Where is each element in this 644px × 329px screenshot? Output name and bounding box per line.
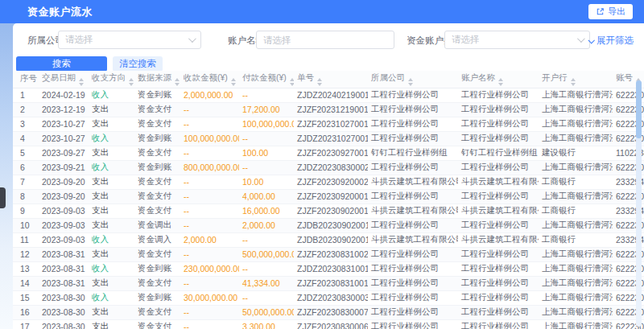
cell-date: 2023-10-27 [39,117,89,131]
vertical-scrollbar [636,80,642,327]
column-header-2[interactable]: 收支方向 [89,71,134,88]
sort-caret-icon[interactable] [231,78,236,86]
column-header-label: 账号 [616,72,633,82]
cell-date: 2023-12-19 [39,102,89,117]
table-row: 132023-08-31收入资金到账230,000,000.00--ZJDZ20… [13,261,644,276]
cell-date: 2023-08-30 [39,290,89,305]
cell-account_name: 钉钉工程行业样例组 [458,146,539,160]
cell-no: 2 [13,102,39,117]
sort-caret-icon[interactable] [408,78,413,86]
column-header-label: 序号 [20,73,37,83]
column-header-label: 开户行 [542,72,568,82]
sort-caret-icon[interactable] [571,78,576,86]
cell-source: 资金调入 [134,232,180,247]
account-name-input[interactable] [263,35,387,45]
cell-date: 2023-08-31 [39,247,89,261]
cell-date: 2023-08-30 [39,305,89,319]
cell-income: -- [180,102,239,117]
column-header-8[interactable]: 账户名称 [458,71,539,88]
account-type-select-placeholder: 请选择 [452,34,577,46]
cell-payment: 41,334.00 [239,276,294,290]
cell-payment: 100.00 [239,146,294,160]
account-type-select[interactable]: 请选择 [444,31,590,49]
cell-order_no: ZJZF20231219001 [294,102,368,117]
cell-direction: 支出 [89,276,134,290]
cell-income: -- [180,117,239,131]
cell-no: 1 [13,88,39,102]
scrollbar-thumb[interactable] [636,80,642,138]
clear-search-button[interactable]: 清空搜索 [113,56,163,72]
cell-order_no: ZJZF20230902001 [294,204,368,218]
cell-account_name: 工程行业样例公司 [458,305,539,319]
page-header: 资金账户流水 导出 [0,0,644,23]
cell-direction: 支出 [89,305,134,319]
cell-order_no: ZJZF20230920001 [294,189,368,204]
cell-income: 800,000,000.00 [180,160,239,175]
column-header-label: 付款金额(¥) [242,72,287,82]
cell-payment: 16,000.00 [239,204,294,218]
side-widget-tab[interactable] [0,187,6,208]
cell-order_no: ZJDB20230902001 [294,218,368,232]
cell-account_name: 工程行业样例公司 [458,290,539,305]
table-row: 102023-09-03支出资金调出--2,000.00ZJDB20230902… [13,218,644,232]
cell-company: 工程行业样例公司 [368,189,458,204]
cell-date: 2023-08-31 [39,276,89,290]
expand-filters-link[interactable]: 展开筛选 [588,35,634,47]
cell-direction: 支出 [89,117,134,131]
column-header-4[interactable]: 收款金额(¥) [180,71,239,88]
cell-bank: 上海工商银行漕河泾支行 [539,218,613,232]
cell-account_name: 工程行业样例公司 [458,218,539,232]
cell-source: 资金到账 [134,160,180,175]
export-button-label: 导出 [608,6,625,18]
cell-source: 资金支付 [134,189,180,204]
cell-company: 工程行业样例公司 [368,117,458,131]
sort-caret-icon[interactable] [79,78,84,86]
company-select[interactable]: 请选择 [58,31,201,49]
cell-date: 2023-09-27 [39,146,89,160]
column-header-label: 数据来源 [138,72,171,82]
cell-direction: 支出 [89,175,134,189]
cell-company: 斗拱云建筑工程有限公司 [368,232,458,247]
sort-caret-icon[interactable] [317,78,322,86]
cell-bank: 上海工商银行漕河泾支行 [539,160,613,175]
cell-payment: 50,000,000.00 [239,305,294,319]
cell-bank: 工商银行 [539,232,613,247]
sort-caret-icon[interactable] [175,78,180,86]
cell-bank: 工商银行 [539,175,613,189]
cell-date: 2023-10-27 [39,131,89,146]
cell-company: 工程行业样例公司 [368,305,458,319]
cell-no: 15 [13,290,39,305]
sort-caret-icon[interactable] [498,78,503,86]
export-icon [596,7,605,16]
sort-caret-icon[interactable] [290,78,294,86]
export-button[interactable]: 导出 [588,4,633,19]
column-header-9[interactable]: 开户行 [539,71,613,88]
sort-caret-icon[interactable] [129,78,134,86]
cell-date: 2023-09-03 [39,218,89,232]
cell-direction: 收入 [89,160,134,175]
cell-account_name: 斗拱云建筑工程有限公司 [458,232,539,247]
column-header-7[interactable]: 所属公司 [368,71,458,88]
cell-payment: -- [239,261,294,276]
cell-source: 资金支付 [134,276,180,290]
cell-no: 5 [13,146,39,160]
cell-bank: 上海工商银行漕河泾支行 [539,102,613,117]
search-button[interactable]: 搜索 [16,56,107,72]
column-header-6[interactable]: 单号 [294,71,368,88]
table-header-row: 序号交易日期收支方向数据来源收款金额(¥)付款金额(¥)单号所属公司账户名称开户… [13,71,644,88]
column-header-3[interactable]: 数据来源 [134,71,180,88]
cell-order_no: ZJZF20230920002 [294,175,368,189]
cell-direction: 收入 [89,290,134,305]
cell-no: 14 [13,276,39,290]
table-row: 62023-09-21收入资金到账800,000,000.00--ZJDZ202… [13,160,644,175]
column-header-5[interactable]: 付款金额(¥) [239,71,294,88]
cell-order_no: ZJZF20230831001 [294,276,368,290]
cell-payment: -- [239,232,294,247]
cell-direction: 支出 [89,146,134,160]
column-header-1[interactable]: 交易日期 [39,71,89,88]
table-row: 52023-09-27支出资金支付--100.00ZJZF20230927001… [13,146,644,160]
cell-payment: 3,300.00 [239,319,294,329]
cell-income: 2,000.00 [180,232,239,247]
cell-company: 工程行业样例公司 [368,160,458,175]
cell-company: 工程行业样例公司 [368,319,458,329]
